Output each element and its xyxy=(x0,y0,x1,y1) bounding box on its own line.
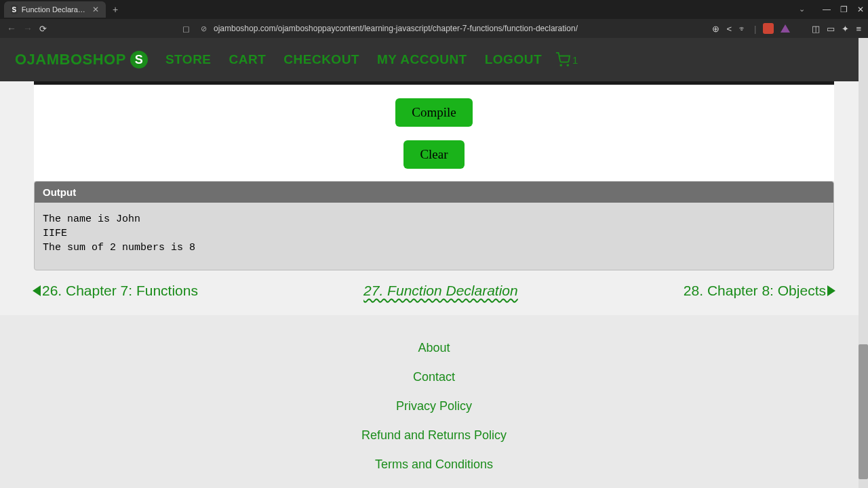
nav-cart[interactable]: CART xyxy=(229,52,267,67)
clear-button[interactable]: Clear xyxy=(403,140,464,169)
favicon-icon: S xyxy=(11,5,18,14)
lesson-pager: 26. Chapter 7: Functions 27. Function De… xyxy=(33,270,835,315)
rss-icon[interactable]: ᯤ xyxy=(738,24,747,34)
pager-next[interactable]: 28. Chapter 8: Objects xyxy=(684,283,835,299)
forward-button[interactable]: → xyxy=(23,23,33,34)
pager-next-label: 28. Chapter 8: Objects xyxy=(684,283,826,299)
refresh-button[interactable]: ⟳ xyxy=(39,24,47,34)
zoom-icon[interactable]: ⊕ xyxy=(712,24,719,34)
output-panel: Output The name is John IIFE The sum of … xyxy=(34,181,834,270)
footer-refund[interactable]: Refund and Returns Policy xyxy=(0,428,868,443)
tab-title: Function Declaration - Oja... xyxy=(22,5,85,14)
footer-privacy[interactable]: Privacy Policy xyxy=(0,399,868,413)
output-header: Output xyxy=(35,182,833,203)
brand-logo-icon: S xyxy=(130,51,148,68)
site-header: OJAMBOSHOP S STORE CART CHECKOUT MY ACCO… xyxy=(0,38,868,81)
scroll-thumb[interactable] xyxy=(859,344,868,479)
page-viewport: OJAMBOSHOP S STORE CART CHECKOUT MY ACCO… xyxy=(0,38,868,488)
nav-logout[interactable]: LOGOUT xyxy=(485,52,542,67)
browser-titlebar: S Function Declaration - Oja... ✕ + ⌄ — … xyxy=(0,0,868,19)
pager-prev-label: 26. Chapter 7: Functions xyxy=(42,283,198,299)
close-window-icon[interactable]: ✕ xyxy=(857,5,864,14)
output-body: The name is John IIFE The sum of 2 numbe… xyxy=(35,203,833,270)
url-text[interactable]: ojamboshop.com/ojamboshoppaycontent/lear… xyxy=(214,24,705,33)
chevron-down-icon[interactable]: ⌄ xyxy=(799,5,805,14)
minimize-icon[interactable]: — xyxy=(823,5,831,14)
permissions-icon: ⊘ xyxy=(201,24,207,33)
pager-current: 27. Function Declaration xyxy=(363,283,518,299)
cart-count: 1 xyxy=(572,54,578,66)
browser-tab[interactable]: S Function Declaration - Oja... ✕ xyxy=(4,1,106,18)
brand-text: OJAMBOSHOP xyxy=(15,51,126,68)
nav-account[interactable]: MY ACCOUNT xyxy=(377,52,467,67)
menu-icon[interactable]: ≡ xyxy=(856,24,861,34)
bookmark-icon[interactable]: ◻ xyxy=(182,24,190,34)
new-tab-button[interactable]: + xyxy=(113,4,118,15)
maximize-icon[interactable]: ❐ xyxy=(840,5,848,14)
nav-store[interactable]: STORE xyxy=(165,52,212,67)
brand-link[interactable]: OJAMBOSHOP S xyxy=(15,51,148,68)
footer-about[interactable]: About xyxy=(0,341,868,355)
triangle-right-icon xyxy=(827,285,835,296)
sparkle-icon[interactable]: ✦ xyxy=(842,24,849,34)
window-controls: ⌄ — ❐ ✕ xyxy=(799,5,864,14)
extension-triangle-icon[interactable] xyxy=(781,24,790,33)
scrollbar[interactable] xyxy=(859,38,868,488)
pager-prev[interactable]: 26. Chapter 7: Functions xyxy=(33,283,198,299)
footer-contact[interactable]: Contact xyxy=(0,370,868,384)
triangle-left-icon xyxy=(33,285,41,296)
close-tab-icon[interactable]: ✕ xyxy=(92,5,99,14)
extension-badge-icon[interactable] xyxy=(763,23,774,34)
share-icon[interactable]: < xyxy=(726,24,732,34)
footer: About Contact Privacy Policy Refund and … xyxy=(0,315,868,488)
reader-icon[interactable]: ▭ xyxy=(827,24,835,34)
compile-button[interactable]: Compile xyxy=(395,98,472,127)
site-security[interactable]: ⊘ xyxy=(201,24,207,33)
footer-terms[interactable]: Terms and Conditions xyxy=(0,458,868,472)
browser-urlbar: ← → ⟳ ◻ ⊘ ojamboshop.com/ojamboshoppayco… xyxy=(0,19,868,38)
back-button[interactable]: ← xyxy=(7,23,16,34)
sidebar-icon[interactable]: ◫ xyxy=(812,24,820,34)
svg-point-0 xyxy=(560,64,561,66)
cart-icon xyxy=(555,52,570,67)
action-area: Compile Clear xyxy=(34,85,834,181)
nav-checkout[interactable]: CHECKOUT xyxy=(283,52,359,67)
svg-point-1 xyxy=(567,64,568,66)
cart-indicator[interactable]: 1 xyxy=(555,52,578,67)
